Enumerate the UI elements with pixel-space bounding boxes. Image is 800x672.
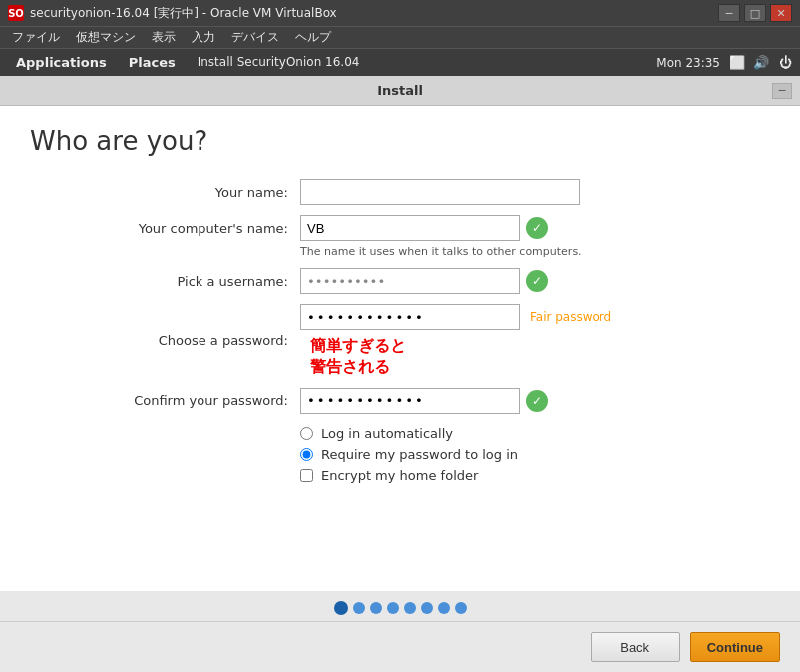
confirm-password-input[interactable] — [300, 388, 520, 414]
menu-file[interactable]: ファイル — [4, 27, 68, 48]
top-panel: Applications Places Install SecurityOnio… — [0, 48, 800, 76]
dot-3 — [370, 602, 382, 614]
login-options: Log in automatically Require my password… — [81, 426, 719, 483]
footer-buttons: Back Continue — [20, 632, 780, 662]
your-name-label: Your name: — [81, 185, 300, 200]
username-field-row — [300, 268, 719, 294]
menu-bar: ファイル 仮想マシン 表示 入力 デバイス ヘルプ — [0, 26, 800, 48]
panel-right: Mon 23:35 ⬜ 🔊 ⏻ — [656, 54, 794, 72]
volume-icon[interactable]: 🔊 — [752, 54, 770, 72]
install-window: Install ─ Who are you? Your name: Your c… — [0, 76, 800, 672]
login-auto-label: Log in automatically — [321, 426, 453, 441]
encrypt-checkbox[interactable] — [300, 469, 313, 482]
username-status-icon — [526, 270, 548, 292]
computer-name-status-icon — [526, 217, 548, 239]
password-field-row: Fair password 簡単すぎると警告される — [300, 304, 719, 378]
menu-input[interactable]: 入力 — [184, 27, 223, 48]
password-label: Choose a password: — [81, 333, 300, 348]
dot-7 — [438, 602, 450, 614]
minimize-button[interactable]: ─ — [718, 4, 740, 22]
computer-name-field-row — [300, 215, 719, 241]
computer-name-input[interactable] — [300, 215, 520, 241]
power-icon[interactable]: ⏻ — [776, 54, 794, 72]
install-minimize-button[interactable]: ─ — [772, 83, 792, 99]
install-window-title: Install — [377, 83, 423, 98]
confirm-password-status-icon — [526, 390, 548, 412]
page-heading: Who are you? — [30, 126, 770, 156]
dot-4 — [387, 602, 399, 614]
panel-icons: ⬜ 🔊 ⏻ — [728, 54, 794, 72]
maximize-button[interactable]: □ — [744, 4, 766, 22]
confirm-password-label: Confirm your password: — [81, 393, 300, 408]
continue-button[interactable]: Continue — [690, 632, 780, 662]
login-password-option[interactable]: Require my password to log in — [300, 447, 719, 462]
your-name-field-row — [300, 179, 719, 205]
annotation-label: 簡単すぎると警告される — [310, 336, 406, 378]
window-title: securityonion-16.04 [実行中] - Oracle VM Vi… — [30, 5, 718, 22]
login-password-label: Require my password to log in — [321, 447, 518, 462]
menu-devices[interactable]: デバイス — [223, 27, 287, 48]
login-auto-radio[interactable] — [300, 427, 313, 440]
username-input[interactable] — [300, 268, 520, 294]
dot-5 — [404, 602, 416, 614]
computer-name-hint: The name it uses when it talks to other … — [300, 245, 719, 258]
menu-help[interactable]: ヘルプ — [287, 27, 339, 48]
password-strength-label: Fair password — [530, 310, 611, 324]
dot-1 — [334, 601, 348, 615]
window-controls: ─ □ ✕ — [718, 4, 792, 22]
encrypt-label: Encrypt my home folder — [321, 468, 478, 483]
install-footer: Back Continue — [0, 621, 800, 672]
back-button[interactable]: Back — [591, 632, 680, 662]
encrypt-option[interactable]: Encrypt my home folder — [300, 468, 719, 483]
login-auto-option[interactable]: Log in automatically — [300, 426, 719, 441]
app-icon: SO — [8, 5, 24, 21]
dot-row — [334, 601, 467, 615]
dot-6 — [421, 602, 433, 614]
display-icon[interactable]: ⬜ — [728, 54, 746, 72]
computer-name-label: Your computer's name: — [81, 221, 300, 236]
install-title-bar: Install ─ — [0, 76, 800, 106]
places-menu[interactable]: Places — [119, 55, 186, 70]
close-button[interactable]: ✕ — [770, 4, 792, 22]
username-label: Pick a username: — [81, 274, 300, 289]
your-name-input[interactable] — [300, 179, 580, 205]
progress-dots — [0, 591, 800, 621]
install-content: Who are you? Your name: Your computer's … — [0, 106, 800, 591]
menu-view[interactable]: 表示 — [144, 27, 184, 48]
applications-menu[interactable]: Applications — [6, 55, 117, 70]
confirm-password-field-row — [300, 388, 719, 414]
form-grid: Your name: Your computer's name: The nam… — [81, 179, 719, 414]
clock-display: Mon 23:35 — [656, 56, 720, 70]
login-password-radio[interactable] — [300, 448, 313, 461]
dot-2 — [353, 602, 365, 614]
install-securityonion-label[interactable]: Install SecurityOnion 16.04 — [188, 55, 370, 69]
menu-vm[interactable]: 仮想マシン — [68, 27, 144, 48]
panel-left: Applications Places Install SecurityOnio… — [6, 55, 656, 70]
title-bar: SO securityonion-16.04 [実行中] - Oracle VM… — [0, 0, 800, 26]
password-input[interactable] — [300, 304, 520, 330]
dot-8 — [455, 602, 467, 614]
